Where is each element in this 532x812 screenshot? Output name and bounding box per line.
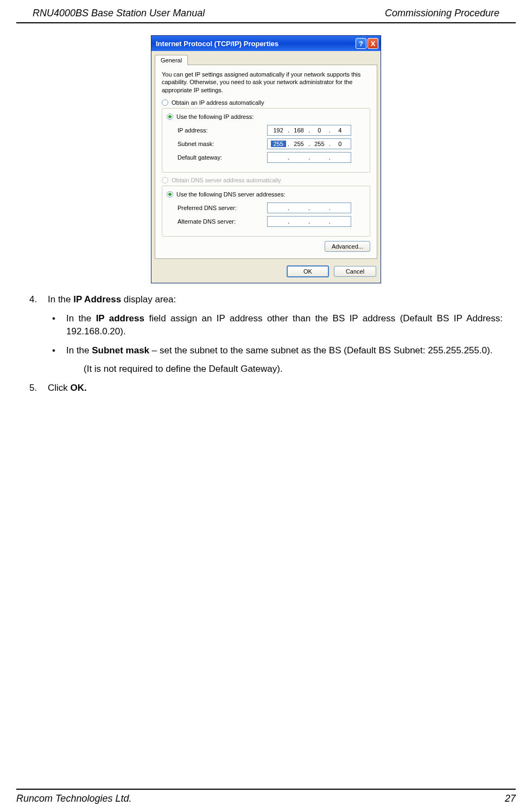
tcpip-properties-dialog: Internet Protocol (TCP/IP) Properties ? … (151, 35, 381, 283)
text-bold: Subnet mask (92, 345, 149, 356)
bullet-icon: • (48, 312, 66, 339)
radio-label: Use the following DNS server addresses: (176, 191, 286, 198)
subnet-octet-4[interactable]: 0 (332, 141, 347, 147)
text-fragment: Click (48, 383, 71, 393)
footer-left: Runcom Technologies Ltd. (16, 793, 131, 804)
subnet-octet-2[interactable]: 255 (292, 141, 307, 147)
ip-address-row: IP address: 192. 168. 0. 4 (178, 125, 364, 136)
default-gateway-row: Default gateway: . . . (178, 152, 364, 163)
alternate-dns-label: Alternate DNS server: (178, 218, 267, 225)
subnet-mask-label: Subnet mask: (178, 141, 267, 147)
radio-obtain-ip-auto[interactable]: Obtain an IP address automatically (162, 99, 370, 106)
default-gateway-label: Default gateway: (178, 154, 267, 161)
bullet-text: In the Subnet mask – set the subnet to t… (66, 344, 503, 358)
advanced-row: Advanced... (162, 241, 370, 252)
list-number: 5. (29, 382, 48, 395)
ip-octet-4[interactable]: 4 (332, 127, 347, 134)
text-fragment: display area: (121, 294, 176, 304)
radio-use-following-dns[interactable]: Use the following DNS server addresses: (164, 191, 288, 198)
footer-right: 27 (505, 793, 516, 804)
radio-label: Obtain an IP address automatically (172, 99, 264, 106)
gateway-note: (It is not required to define the Defaul… (84, 363, 503, 376)
radio-use-following-ip[interactable]: Use the following IP address: (164, 113, 256, 120)
text-fragment: In the (48, 294, 73, 304)
dialog-titlebar[interactable]: Internet Protocol (TCP/IP) Properties ? … (151, 36, 381, 51)
page-footer: Runcom Technologies Ltd. 27 (16, 789, 516, 804)
preferred-dns-input[interactable]: . . . (267, 202, 351, 213)
preferred-dns-label: Preferred DNS server: (178, 205, 267, 211)
ip-address-group: Obtain an IP address automatically Use t… (162, 99, 370, 173)
subnet-octet-3[interactable]: 255 (312, 141, 327, 147)
ip-address-label: IP address: (178, 127, 267, 134)
subnet-mask-row: Subnet mask: 255. 255. 255. 0 (178, 138, 364, 149)
radio-icon (167, 113, 173, 120)
tab-row: General (151, 51, 381, 65)
page-header: RNU4000BS Base Station User Manual Commi… (16, 0, 516, 23)
ip-octet-1[interactable]: 192 (271, 127, 286, 134)
list-number: 4. (29, 293, 48, 307)
radio-obtain-dns-auto: Obtain DNS server address automatically (162, 177, 370, 183)
dns-group: Obtain DNS server address automatically … (162, 177, 370, 237)
bullet-item-2: • In the Subnet mask – set the subnet to… (48, 344, 503, 358)
radio-icon (162, 177, 168, 183)
text-bold: IP address (96, 313, 144, 323)
bullet-icon: • (48, 344, 66, 358)
tab-general[interactable]: General (155, 55, 188, 65)
advanced-button[interactable]: Advanced... (325, 241, 370, 252)
alternate-dns-row: Alternate DNS server: . . . (178, 216, 364, 227)
text-fragment: – set the subnet to the same subnet as t… (149, 345, 492, 356)
list-text: Click OK. (48, 382, 503, 395)
list-text: In the IP Address display area: (48, 293, 503, 307)
document-body: 4. In the IP Address display area: • In … (0, 293, 532, 395)
list-item-4: 4. In the IP Address display area: (29, 293, 503, 307)
header-left: RNU4000BS Base Station User Manual (33, 8, 205, 19)
tab-content: You can get IP settings assigned automat… (155, 65, 377, 259)
text-bold: IP Address (73, 294, 121, 304)
subnet-octet-1[interactable]: 255 (271, 141, 286, 147)
ip-octet-2[interactable]: 168 (292, 127, 307, 134)
cancel-button[interactable]: Cancel (334, 266, 376, 277)
help-icon[interactable]: ? (356, 38, 366, 49)
dialog-title: Internet Protocol (TCP/IP) Properties (156, 40, 354, 48)
radio-label: Obtain DNS server address automatically (172, 177, 281, 183)
list-item-5: 5. Click OK. (29, 382, 503, 395)
text-fragment: In the (66, 313, 96, 323)
radio-icon (167, 191, 173, 198)
bullet-text: In the IP address field assign an IP add… (66, 312, 503, 339)
header-right: Commissioning Procedure (385, 8, 499, 19)
dialog-button-row: OK Cancel (151, 262, 381, 283)
preferred-dns-row: Preferred DNS server: . . . (178, 202, 364, 213)
bullet-item-1: • In the IP address field assign an IP a… (48, 312, 503, 339)
intro-text: You can get IP settings assigned automat… (162, 71, 370, 94)
ip-address-input[interactable]: 192. 168. 0. 4 (267, 125, 351, 136)
alternate-dns-input[interactable]: . . . (267, 216, 351, 227)
text-fragment: In the (66, 345, 92, 356)
default-gateway-input[interactable]: . . . (267, 152, 351, 163)
radio-label: Use the following IP address: (176, 113, 254, 120)
ip-octet-3[interactable]: 0 (312, 127, 327, 134)
close-icon[interactable]: X (368, 38, 378, 49)
ok-button[interactable]: OK (287, 265, 329, 277)
text-bold: OK. (71, 383, 87, 393)
radio-icon (162, 99, 168, 106)
subnet-mask-input[interactable]: 255. 255. 255. 0 (267, 138, 351, 149)
